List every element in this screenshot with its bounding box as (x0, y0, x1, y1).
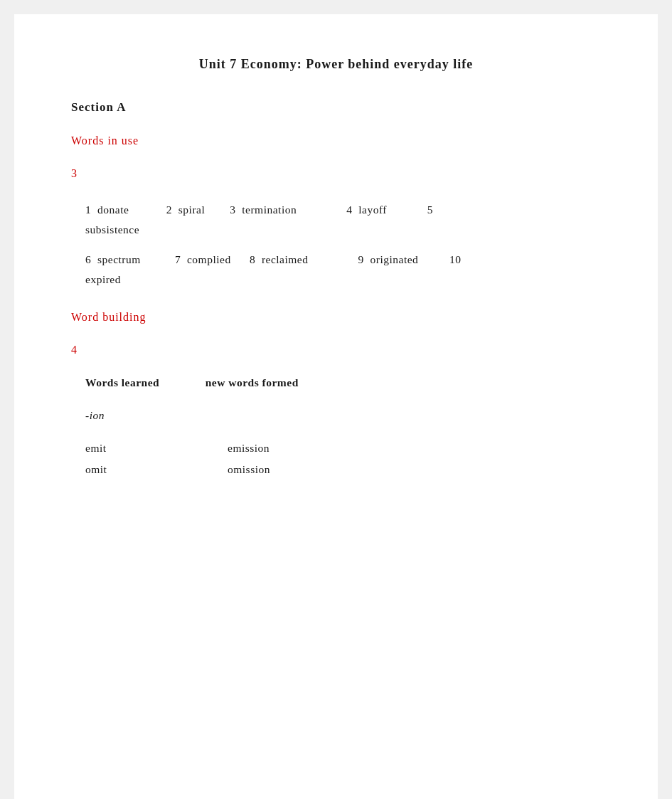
word-building-label: Word building (71, 311, 601, 324)
word-row-omit: omit omission (71, 463, 601, 476)
answer-4-num: 4 (346, 200, 358, 220)
answer-10-num: 10 (449, 250, 462, 270)
answer-7-word: complied (187, 250, 231, 270)
answer-2-num: 2 (166, 200, 178, 220)
page-title: Unit 7 Economy: Power behind everyday li… (71, 57, 601, 72)
word-formed-emission: emission (228, 442, 270, 455)
answer-9-word: originated (370, 250, 419, 270)
answer-5-word: subsistence (85, 220, 139, 240)
exercise-number-4: 4 (71, 344, 601, 356)
col2-header: new words formed (206, 376, 299, 388)
word-learned-omit: omit (85, 463, 213, 476)
exercise-number-3: 3 (71, 167, 601, 180)
answer-9-num: 9 (358, 250, 370, 270)
answer-8-word: reclaimed (262, 250, 309, 270)
word-learned-emit: emit (85, 442, 213, 455)
word-row-emit: emit emission (71, 442, 601, 455)
page: Unit 7 Economy: Power behind everyday li… (14, 14, 658, 799)
answers-row-2: 6 spectrum 7 complied 8 reclaimed 9 orig… (71, 250, 601, 290)
word-formed-omission: omission (228, 463, 270, 476)
answer-7-num: 7 (175, 250, 187, 270)
answer-10-word: expired (85, 270, 121, 290)
answer-3-word: termination (242, 200, 297, 220)
words-in-use-label: Words in use (71, 134, 601, 147)
suffix-ion-label: -ion (71, 409, 601, 422)
table-header: Words learned new words formed (71, 376, 601, 389)
answer-2-word: spiral (178, 200, 205, 220)
section-label: Section A (71, 100, 601, 115)
answer-3-num: 3 (230, 200, 242, 220)
answer-1-num: 1 (85, 200, 97, 220)
answer-4-word: layoff (358, 200, 387, 220)
answer-6-word: spectrum (97, 250, 141, 270)
answers-row-1: 1 donate 2 spiral 3 termination 4 layoff… (71, 200, 601, 240)
answer-1-word: donate (97, 200, 129, 220)
col1-header: Words learned (85, 376, 159, 388)
answer-6-num: 6 (85, 250, 97, 270)
answer-8-num: 8 (250, 250, 262, 270)
answer-5-num: 5 (427, 200, 433, 220)
